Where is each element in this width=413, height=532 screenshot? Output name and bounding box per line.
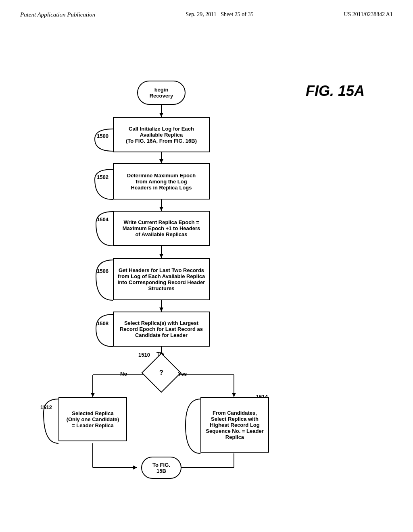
- publication-label: Patent Application Publication: [20, 11, 95, 18]
- svg-marker-5: [159, 207, 163, 211]
- start-node: begin Recovery: [137, 81, 186, 105]
- label-1508: 1508: [97, 320, 108, 326]
- to-fig-15b: To FIG. 15B: [141, 457, 181, 479]
- node-1504: Write Current Replica Epoch = Maximum Ep…: [113, 211, 210, 246]
- date-sheet: Sep. 29, 2011 Sheet 25 of 35: [186, 11, 253, 18]
- label-1504: 1504: [97, 216, 108, 222]
- figure-label: FIG. 15A: [306, 83, 365, 100]
- patent-number: US 2011/0238842 A1: [344, 11, 393, 18]
- diagram-area: FIG. 15A: [0, 26, 413, 518]
- svg-marker-17: [232, 393, 236, 397]
- node-1500: Call Initialize Log for Each Available R…: [113, 117, 210, 152]
- label-1512: 1512: [40, 404, 52, 410]
- page-header: Patent Application Publication Sep. 29, …: [0, 0, 413, 18]
- svg-marker-3: [159, 159, 163, 163]
- svg-marker-20: [133, 466, 137, 470]
- label-1506: 1506: [97, 268, 108, 274]
- label-1502: 1502: [97, 174, 108, 180]
- label-1510: 1510: [138, 352, 150, 358]
- node-1512: Selected Replica (Only one Candidate) = …: [58, 397, 127, 441]
- node-1514: From Candidates, Select Replica with Hig…: [200, 397, 269, 453]
- node-1502: Determine Maximum Epoch from Among the L…: [113, 163, 210, 200]
- diamond-question: ?: [147, 359, 175, 387]
- node-1508: Select Replica(s) with Largest Record Ep…: [113, 312, 210, 347]
- node-1506: Get Headers for Last Two Records from Lo…: [113, 258, 210, 300]
- svg-marker-9: [159, 308, 163, 312]
- svg-marker-7: [159, 254, 163, 258]
- no-label: No: [120, 371, 127, 377]
- svg-marker-1: [159, 113, 163, 117]
- svg-marker-14: [91, 393, 95, 397]
- yes-label: Yes: [178, 371, 187, 377]
- label-1500: 1500: [97, 133, 108, 139]
